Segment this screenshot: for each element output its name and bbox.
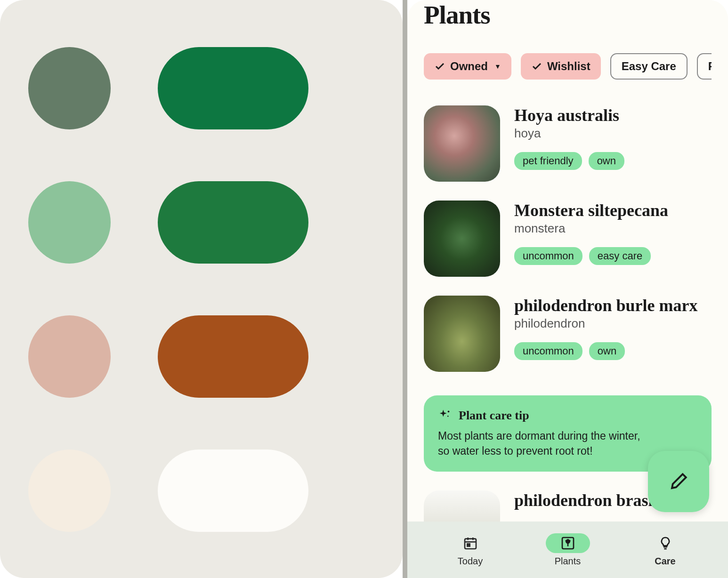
plant-list-item[interactable]: Hoya australis hoya pet friendly own <box>424 105 712 182</box>
chip-label: Popu <box>708 60 712 73</box>
plant-name: Hoya australis <box>514 105 712 125</box>
plant-tag: pet friendly <box>514 152 582 170</box>
filter-bar: Owned ▼ Wishlist Easy Care Popu <box>424 53 712 80</box>
color-palette-panel <box>0 0 403 578</box>
check-icon <box>434 61 445 72</box>
dropdown-arrow-icon: ▼ <box>494 63 501 70</box>
sparkle-icon <box>438 409 452 423</box>
chip-label: Easy Care <box>622 60 676 73</box>
filter-chip-owned[interactable]: Owned ▼ <box>424 53 511 80</box>
nav-care[interactable]: Care <box>634 531 697 569</box>
plant-list-item[interactable]: philodendron burle marx philodendron unc… <box>424 296 712 372</box>
plant-thumbnail <box>424 201 500 277</box>
plant-tag: easy care <box>589 247 651 265</box>
plant-tag: own <box>589 342 625 360</box>
svg-point-8 <box>567 539 569 541</box>
calendar-icon <box>463 536 478 551</box>
nav-label: Plants <box>555 556 581 567</box>
pencil-icon <box>669 472 688 491</box>
palette-circle <box>28 450 111 532</box>
palette-pill <box>158 47 308 129</box>
plant-tag: own <box>589 152 624 170</box>
palette-row <box>28 315 374 398</box>
plant-thumbnail <box>424 105 500 182</box>
filter-chip-wishlist[interactable]: Wishlist <box>521 53 601 80</box>
plants-app-panel: Plants Owned ▼ Wishlist Easy Care Popu <box>407 0 728 578</box>
check-icon <box>531 61 542 72</box>
plant-icon <box>560 536 575 551</box>
bottom-nav: Today Plants Care <box>407 522 728 578</box>
plant-thumbnail <box>424 296 500 372</box>
plant-genus: hoya <box>514 126 712 141</box>
palette-row <box>28 47 374 129</box>
palette-pill <box>158 315 308 398</box>
page-title: Plants <box>424 0 712 30</box>
palette-pill <box>158 181 308 264</box>
filter-chip-popular[interactable]: Popu <box>697 53 712 80</box>
nav-label: Care <box>655 556 675 567</box>
palette-circle <box>28 47 111 129</box>
nav-label: Today <box>458 556 483 567</box>
svg-point-0 <box>448 410 450 412</box>
tip-title: Plant care tip <box>459 409 529 423</box>
plant-list-item[interactable]: Monstera siltepecana monstera uncommon e… <box>424 201 712 277</box>
palette-row <box>28 450 374 532</box>
plant-tag: uncommon <box>514 247 582 265</box>
plant-name: philodendron burle marx <box>514 296 712 315</box>
palette-circle <box>28 181 111 264</box>
nav-today[interactable]: Today <box>439 531 502 569</box>
plant-tag: uncommon <box>514 342 582 360</box>
svg-rect-6 <box>467 544 469 546</box>
edit-fab-button[interactable] <box>648 451 709 512</box>
palette-pill <box>158 450 308 532</box>
filter-chip-easy-care[interactable]: Easy Care <box>610 53 688 80</box>
plant-name: Monstera siltepecana <box>514 201 712 220</box>
chip-label: Owned <box>450 60 488 73</box>
nav-plants[interactable]: Plants <box>536 531 599 569</box>
bulb-icon <box>658 536 673 551</box>
palette-circle <box>28 315 111 398</box>
plant-genus: philodendron <box>514 316 712 331</box>
panel-divider <box>403 0 407 578</box>
palette-row <box>28 181 374 264</box>
svg-point-1 <box>447 416 449 417</box>
chip-label: Wishlist <box>547 60 590 73</box>
plant-genus: monstera <box>514 221 712 236</box>
